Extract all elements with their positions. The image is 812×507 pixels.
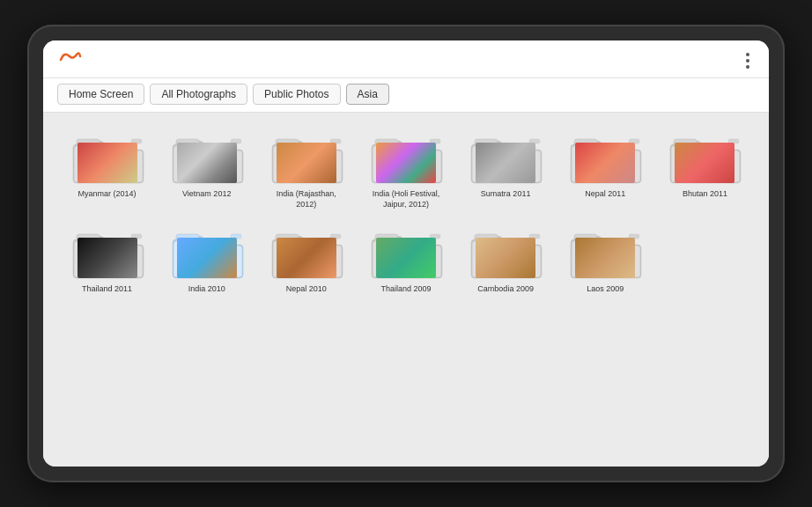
folder-icon-nepal [567,127,643,187]
folder-item-thailand09[interactable]: Thailand 2009 [359,222,452,295]
folder-item-vietnam[interactable]: Vietnam 2012 [160,127,253,209]
tab-public[interactable]: Public Photos [253,84,340,105]
folder-item-india-raj[interactable]: India (Rajasthan, 2012) [260,127,352,209]
more-menu-button[interactable] [741,49,755,72]
folder-item-nepal[interactable]: Nepal 2011 [559,127,652,209]
folder-photo-nepal [575,143,635,183]
folder-grid: Myanmar (2014) Vietnam 2012 [61,127,751,295]
folder-label-sumatra: Sumatra 2011 [481,189,531,200]
folder-item-myanmar[interactable]: Myanmar (2014) [61,127,153,209]
folder-label-thailand09: Thailand 2009 [380,284,431,295]
folder-photo-laos [575,238,635,278]
folder-icon-thailand09 [368,222,444,282]
folder-icon-nepal10 [269,222,344,282]
folder-label-india-raj: India (Rajasthan, 2012) [267,189,346,209]
tab-asia[interactable]: Asia [346,84,389,105]
folder-item-thailand[interactable]: Thailand 2011 [61,222,153,295]
folder-icon-sumatra [468,127,543,187]
tablet-screen: Home ScreenAll PhotographsPublic PhotosA… [43,40,769,467]
folder-item-india-holi[interactable]: India (Holi Festival, Jaipur, 2012) [359,127,452,209]
tablet-frame: Home ScreenAll PhotographsPublic PhotosA… [27,25,785,482]
folder-icon-laos [567,222,643,282]
folder-label-thailand: Thailand 2011 [82,284,132,295]
folder-photo-thailand09 [376,238,436,278]
folder-icon-vietnam [169,127,245,187]
folder-icon-india-raj [269,127,344,187]
folder-item-sumatra[interactable]: Sumatra 2011 [460,127,552,209]
zenfolio-logo [57,49,82,63]
folder-photo-india-raj [277,143,336,183]
folder-item-nepal10[interactable]: Nepal 2010 [260,222,352,295]
folder-photo-india10 [177,238,237,278]
folder-photo-myanmar [78,143,137,183]
header-left [57,49,91,63]
folder-photo-vietnam [177,143,237,183]
folder-icon-cambodia [468,222,543,282]
content-area: Myanmar (2014) Vietnam 2012 [43,113,769,467]
folder-item-bhutan[interactable]: Bhutan 2011 [659,127,751,209]
folder-photo-bhutan [675,143,734,183]
folder-label-myanmar: Myanmar (2014) [78,189,137,200]
menu-dot-3 [746,65,749,69]
tab-home[interactable]: Home Screen [57,84,144,105]
folder-icon-myanmar [70,127,145,187]
nav-tabs: Home ScreenAll PhotographsPublic PhotosA… [43,78,769,113]
folder-item-laos[interactable]: Laos 2009 [559,222,652,295]
menu-dot-1 [746,53,749,56]
brand-icon [57,49,82,63]
folder-item-cambodia[interactable]: Cambodia 2009 [460,222,552,295]
folder-label-vietnam: Vietnam 2012 [182,189,231,200]
folder-photo-india-holi [376,143,436,183]
folder-item-india10[interactable]: India 2010 [160,222,253,295]
folder-photo-thailand [78,238,137,278]
folder-icon-india-holi [368,127,444,187]
folder-photo-sumatra [476,143,535,183]
menu-dot-2 [746,59,749,62]
header [43,40,769,78]
tab-photos[interactable]: All Photographs [150,84,247,105]
folder-icon-bhutan [667,127,742,187]
folder-icon-thailand [70,222,145,282]
folder-photo-cambodia [476,238,535,278]
folder-label-laos: Laos 2009 [587,284,624,295]
folder-label-nepal10: Nepal 2010 [286,284,327,295]
folder-label-india-holi: India (Holi Festival, Jaipur, 2012) [366,189,446,209]
folder-label-bhutan: Bhutan 2011 [683,189,727,200]
folder-label-india10: India 2010 [188,284,225,295]
folder-photo-nepal10 [277,238,336,278]
folder-label-cambodia: Cambodia 2009 [477,284,534,295]
folder-label-nepal: Nepal 2011 [585,189,625,200]
folder-icon-india10 [169,222,245,282]
